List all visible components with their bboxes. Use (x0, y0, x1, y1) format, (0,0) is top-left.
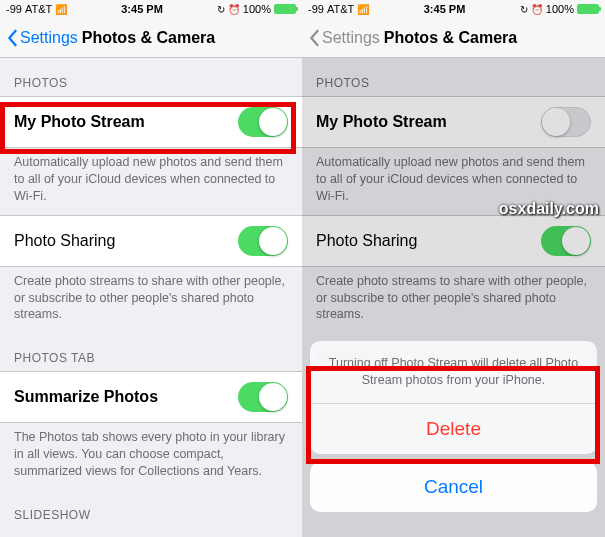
back-button[interactable]: Settings (6, 29, 78, 47)
nav-bar: Settings Photos & Camera (302, 18, 605, 58)
battery-icon (274, 4, 296, 14)
alarm-icon: ⏰ (228, 4, 240, 15)
sheet-message: Turning off Photo Stream will delete all… (310, 341, 597, 404)
wifi-icon: 📶 (357, 4, 369, 15)
section-header-slideshow: SLIDESHOW (0, 490, 302, 528)
nav-bar: Settings Photos & Camera (0, 18, 302, 58)
nav-title: Photos & Camera (384, 29, 517, 47)
nav-title: Photos & Camera (82, 29, 215, 47)
battery-icon (577, 4, 599, 14)
photo-sharing-label: Photo Sharing (14, 232, 115, 250)
section-header-photos-tab: PHOTOS TAB (0, 333, 302, 371)
photo-sharing-footer: Create photo streams to share with other… (302, 267, 605, 334)
row-photo-stream[interactable]: My Photo Stream (302, 96, 605, 148)
summarize-label: Summarize Photos (14, 388, 158, 406)
row-photo-stream[interactable]: My Photo Stream (0, 96, 302, 148)
photo-stream-label: My Photo Stream (316, 113, 447, 131)
phone-left: -99 AT&T 📶 3:45 PM ↻ ⏰ 100% Settings Pho… (0, 0, 302, 537)
status-bar: -99 AT&T 📶 3:45 PM ↻ ⏰ 100% (0, 0, 302, 18)
back-label: Settings (20, 29, 78, 47)
section-header-photos: PHOTOS (0, 58, 302, 96)
alarm-icon: ⏰ (531, 4, 543, 15)
photo-stream-toggle[interactable] (541, 107, 591, 137)
summarize-footer: The Photos tab shows every photo in your… (0, 423, 302, 490)
back-label: Settings (322, 29, 380, 47)
summarize-toggle[interactable] (238, 382, 288, 412)
status-time: 3:45 PM (424, 3, 466, 15)
status-bar: -99 AT&T 📶 3:45 PM ↻ ⏰ 100% (302, 0, 605, 18)
signal-strength: -99 (6, 3, 22, 15)
watermark: osxdaily.com (499, 200, 599, 218)
row-summarize[interactable]: Summarize Photos (0, 371, 302, 423)
rotation-lock-icon: ↻ (520, 4, 528, 15)
status-time: 3:45 PM (121, 3, 163, 15)
action-sheet: Turning off Photo Stream will delete all… (310, 341, 597, 512)
photo-sharing-footer: Create photo streams to share with other… (0, 267, 302, 334)
carrier-label: AT&T (25, 3, 52, 15)
photo-stream-toggle[interactable] (238, 107, 288, 137)
row-photo-sharing[interactable]: Photo Sharing (302, 215, 605, 267)
cancel-button[interactable]: Cancel (310, 462, 597, 512)
section-header-photos: PHOTOS (302, 58, 605, 96)
signal-strength: -99 (308, 3, 324, 15)
delete-button[interactable]: Delete (310, 404, 597, 454)
rotation-lock-icon: ↻ (217, 4, 225, 15)
chevron-left-icon (6, 29, 18, 47)
wifi-icon: 📶 (55, 4, 67, 15)
photo-stream-footer: Automatically upload new photos and send… (0, 148, 302, 215)
row-photo-sharing[interactable]: Photo Sharing (0, 215, 302, 267)
phone-right: -99 AT&T 📶 3:45 PM ↻ ⏰ 100% Settings Pho… (302, 0, 605, 537)
photo-sharing-toggle[interactable] (541, 226, 591, 256)
chevron-left-icon (308, 29, 320, 47)
carrier-label: AT&T (327, 3, 354, 15)
back-button[interactable]: Settings (308, 29, 380, 47)
photo-sharing-label: Photo Sharing (316, 232, 417, 250)
battery-pct: 100% (243, 3, 271, 15)
photo-sharing-toggle[interactable] (238, 226, 288, 256)
battery-pct: 100% (546, 3, 574, 15)
photo-stream-label: My Photo Stream (14, 113, 145, 131)
